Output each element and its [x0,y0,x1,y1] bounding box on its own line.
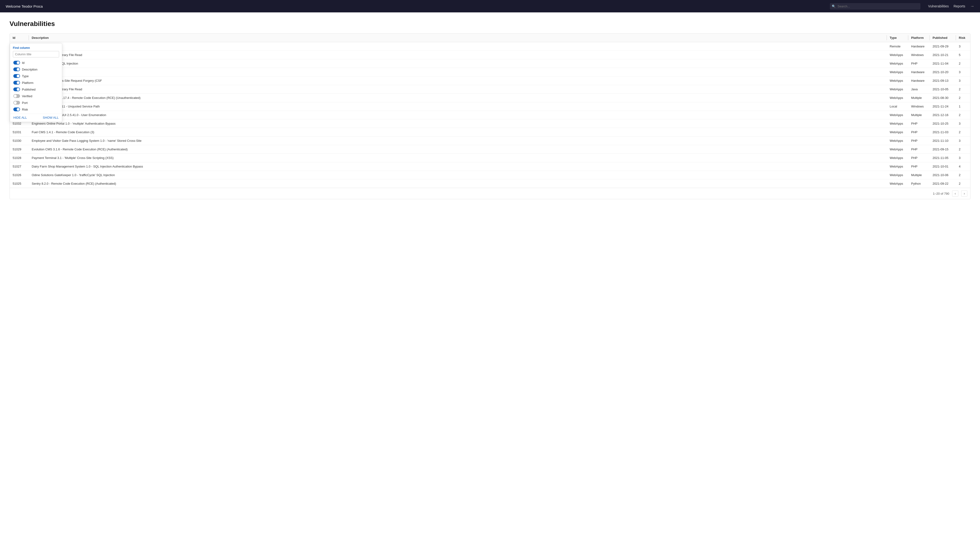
table-row: 51033Cibele Thinfinity VirtualUI 2.5.41.… [10,111,970,119]
cell-platform: Windows [908,51,930,59]
cell-type: WebApps [887,128,908,137]
main-nav: Vulnerabilities Reports → [928,4,974,9]
col-header-description[interactable]: Description [29,33,887,42]
cell-description: Sentry 8.2.0 - Remote Code Execution (RC… [29,180,887,188]
col-picker-item[interactable]: Description [10,66,62,73]
nav-vulnerabilities[interactable]: Vulnerabilities [928,4,949,8]
col-picker-item[interactable]: Type [10,73,62,79]
cell-published: 2021-11-05 [930,154,956,162]
search-icon: 🔍 [832,5,835,8]
table-row: 51031Fuel CMS 1.4.1 - Remote Code Execut… [10,128,970,137]
col-header-published[interactable]: Published [930,33,956,42]
cell-type: WebApps [887,137,908,145]
column-toggle[interactable] [13,67,20,71]
cell-platform: Hardware [908,77,930,85]
search-container: 🔍 [830,3,920,10]
col-picker-item[interactable]: Port [10,99,62,106]
cell-type: WebApps [887,145,908,154]
cell-description: Employee and Visitor Gate Pass Logging S… [29,137,887,145]
cell-published: 2021-09-15 [930,145,956,154]
cell-type: WebApps [887,162,908,171]
cell-risk: 4 [956,162,970,171]
column-toggle[interactable] [13,87,20,91]
cell-published: 2021-10-01 [930,162,956,171]
cell-id: 51029 [10,145,29,154]
cell-platform: Multiple [908,93,930,102]
cell-platform: PHP [908,145,930,154]
cell-id: 51031 [10,128,29,137]
col-header-platform[interactable]: Platform [908,33,930,42]
cell-type: WebApps [887,119,908,128]
table-row: 51028Payment Terminal 3.1 - 'Multiple' C… [10,154,970,162]
cell-type: Local [887,102,908,111]
column-toggle-label: Port [22,101,28,105]
cell-type: WebApps [887,77,908,85]
cell-published: 2021-10-20 [930,68,956,77]
cell-platform: Hardware [908,68,930,77]
show-all-button[interactable]: SHOW ALL [43,116,58,119]
cell-id: 51025 [10,180,29,188]
cell-id: 51030 [10,137,29,145]
cell-type: WebApps [887,180,908,188]
cell-description: Engineers Online Portal 1.0 - 'multiple'… [29,119,887,128]
table-row: - Privilege escalationRemoteHardware2021… [10,42,970,51]
col-picker-item[interactable]: Risk [10,106,62,113]
cell-published: 2021-11-24 [930,102,956,111]
cell-published: 2021-09-13 [930,77,956,85]
cell-description: Fuel CMS 1.4.1 - Remote Code Execution (… [29,128,887,137]
cell-risk: 2 [956,93,970,102]
column-toggle[interactable] [13,101,20,105]
column-toggle-label: Id [22,61,25,65]
column-toggle[interactable] [13,107,20,111]
cell-type: WebApps [887,59,908,68]
cell-platform: Multiple [908,171,930,180]
pagination-range: 1–20 of 790 [933,192,949,195]
nav-reports[interactable]: Reports [953,4,965,8]
cell-risk: 1 [956,102,970,111]
page-title: Vulnerabilities [10,20,970,28]
cell-id: 51028 [10,154,29,162]
table-row: 51032Engineers Online Portal 1.0 - 'mult… [10,119,970,128]
pagination-prev[interactable]: ‹ [952,190,958,197]
cell-published: 2021-10-05 [930,85,956,93]
search-input[interactable] [830,3,920,10]
col-header-id[interactable]: Id [10,33,29,42]
cell-published: 2021-12-16 [930,111,956,119]
column-toggle[interactable] [13,94,20,98]
table-row: Pre-Authorization Arbitrary File ReadWeb… [10,85,970,93]
column-picker-footer: HIDE ALL SHOW ALL [10,114,62,122]
column-toggle-label: Description [22,68,37,71]
col-picker-item[interactable]: Id [10,59,62,66]
table-body: - Privilege escalationRemoteHardware2021… [10,42,970,188]
cell-platform: Multiple [908,111,930,119]
cell-description: - Password Reset [29,68,887,77]
cell-type: WebApps [887,93,908,102]
column-toggle[interactable] [13,74,20,78]
cell-platform: PHP [908,128,930,137]
cell-published: 2021-09-22 [930,180,956,188]
cell-description: ystem - 'multiple' Cross-Site Request Fo… [29,77,887,85]
cell-description: Cibele Thinfinity VirtualUI 2.5.41.0 - U… [29,111,887,119]
cell-risk: 2 [956,59,970,68]
cell-published: 2021-11-04 [930,59,956,68]
col-header-type[interactable]: Type [887,33,908,42]
cell-platform: PHP [908,119,930,128]
column-toggle[interactable] [13,81,20,85]
cell-risk: 2 [956,180,970,188]
col-picker-item[interactable]: Published [10,86,62,93]
column-toggle[interactable] [13,61,20,65]
cell-type: Remote [887,42,908,51]
cell-description: Pre-Authorization Arbitrary File Read [29,85,887,93]
cell-risk: 3 [956,42,970,51]
column-picker-label: Find column [10,46,62,51]
col-header-risk[interactable]: Risk [956,33,970,42]
cell-description: Strapi CMS 3.0.0-beta.17.4 - Remote Code… [29,93,887,102]
cell-risk: 2 [956,85,970,93]
logout-button[interactable]: → [970,4,974,9]
cell-platform: Python [908,180,930,188]
col-picker-item[interactable]: Verified [10,93,62,99]
column-picker-search[interactable] [13,51,59,57]
hide-all-button[interactable]: HIDE ALL [13,116,27,119]
pagination-next[interactable]: › [961,190,967,197]
col-picker-item[interactable]: Platform [10,79,62,86]
